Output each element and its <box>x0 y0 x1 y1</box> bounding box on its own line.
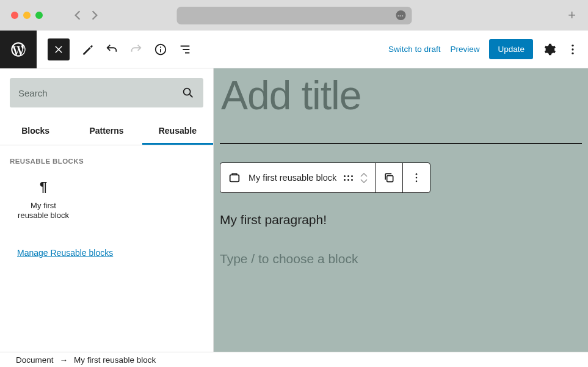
browser-forward-button[interactable] <box>90 10 99 21</box>
details-button[interactable] <box>154 43 167 56</box>
section-label: REUSABLE BLOCKS <box>0 145 213 170</box>
toolbar-right-group: Switch to draft Preview Update <box>388 39 579 59</box>
paragraph-icon: ¶ <box>40 179 47 195</box>
svg-point-9 <box>416 173 418 175</box>
minimize-window-button[interactable] <box>23 12 31 19</box>
browser-nav <box>73 10 99 21</box>
paragraph-block[interactable]: My first paragraph! <box>220 213 582 227</box>
update-button[interactable]: Update <box>489 39 533 59</box>
url-reader-icon: ••• <box>396 10 405 20</box>
wordpress-logo-button[interactable] <box>0 31 37 68</box>
new-tab-button[interactable]: + <box>568 7 576 23</box>
list-view-button[interactable] <box>178 43 192 56</box>
redo-button[interactable] <box>129 43 143 56</box>
traffic-lights <box>11 12 43 19</box>
svg-point-5 <box>572 52 573 54</box>
svg-point-1 <box>160 46 161 48</box>
block-name-label: My first reusable block <box>249 173 336 183</box>
more-options-button[interactable] <box>566 43 579 56</box>
manage-reusable-blocks-link[interactable]: Manage Reusable blocks <box>12 244 118 261</box>
drag-handle-icon[interactable] <box>344 175 353 181</box>
block-type-icon[interactable] <box>228 171 241 184</box>
switch-to-draft-link[interactable]: Switch to draft <box>388 45 441 54</box>
chevron-right-icon: → <box>60 355 68 365</box>
post-title-input[interactable]: Add title <box>220 68 582 143</box>
svg-rect-8 <box>387 176 393 182</box>
toolbar-left-group <box>37 38 192 60</box>
breadcrumb-root[interactable]: Document <box>16 355 54 365</box>
move-up-down-buttons[interactable] <box>360 173 368 183</box>
search-box[interactable] <box>10 78 203 107</box>
block-item-label: My first reusable block <box>18 201 69 221</box>
window-chrome: ••• + <box>0 0 588 31</box>
breadcrumb-current[interactable]: My first reusable block <box>74 355 156 365</box>
close-window-button[interactable] <box>11 12 18 19</box>
svg-point-6 <box>184 89 191 95</box>
svg-rect-2 <box>160 49 161 53</box>
search-icon <box>181 86 195 100</box>
search-input[interactable] <box>18 88 159 98</box>
svg-point-4 <box>572 48 573 50</box>
tab-patterns[interactable]: Patterns <box>71 117 142 145</box>
tab-blocks[interactable]: Blocks <box>0 117 71 145</box>
browser-back-button[interactable] <box>73 10 82 21</box>
empty-block-placeholder[interactable]: Type / to choose a block <box>220 252 582 266</box>
close-inserter-button[interactable] <box>48 38 70 60</box>
editor-canvas[interactable]: Add title My first reusable block <box>214 68 588 352</box>
maximize-window-button[interactable] <box>35 12 43 19</box>
block-more-options-button[interactable] <box>410 172 423 184</box>
copy-block-button[interactable] <box>383 172 395 184</box>
reusable-block-item[interactable]: ¶ My first reusable block <box>10 172 77 227</box>
undo-button[interactable] <box>105 43 118 56</box>
tab-reusable[interactable]: Reusable <box>142 117 213 145</box>
preview-link[interactable]: Preview <box>450 45 479 54</box>
editor-toolbar: Switch to draft Preview Update <box>0 31 588 68</box>
settings-button[interactable] <box>543 43 556 56</box>
svg-point-3 <box>572 44 573 46</box>
block-breadcrumb: Document → My first reusable block <box>0 352 588 367</box>
tools-button[interactable] <box>81 43 94 56</box>
block-inserter-sidebar: Blocks Patterns Reusable REUSABLE BLOCKS… <box>0 68 214 352</box>
block-toolbar: My first reusable block <box>220 162 430 193</box>
title-separator <box>220 143 582 144</box>
svg-rect-7 <box>230 175 239 181</box>
svg-point-11 <box>416 181 418 183</box>
inserter-tabs: Blocks Patterns Reusable <box>0 117 213 145</box>
url-bar[interactable]: ••• <box>176 7 412 24</box>
svg-point-10 <box>416 177 418 179</box>
